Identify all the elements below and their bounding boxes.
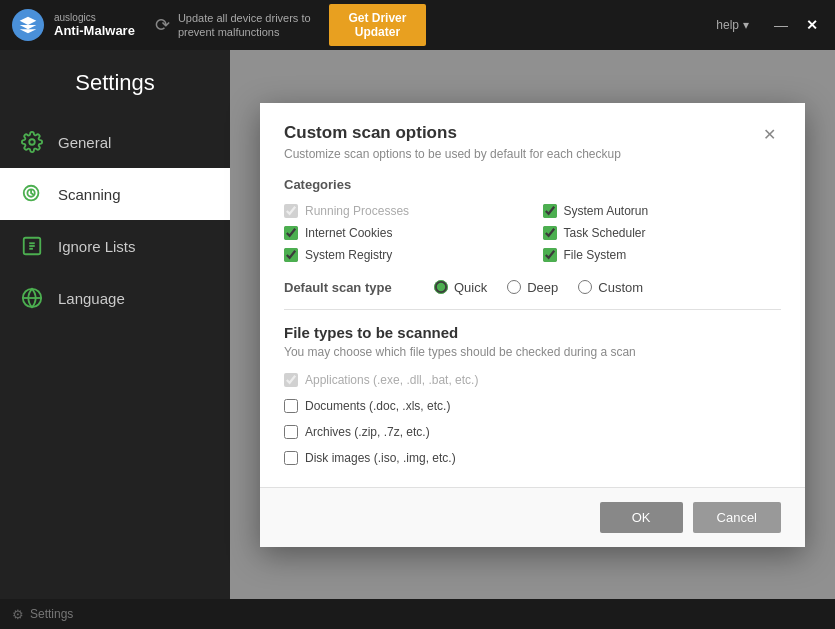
scan-type-row: Default scan type Quick Deep <box>284 280 781 295</box>
minimize-button[interactable]: — <box>769 15 793 35</box>
sidebar-item-label-scanning: Scanning <box>58 186 121 203</box>
sidebar-item-ignore-lists[interactable]: Ignore Lists <box>0 220 230 272</box>
filetype-disk-images[interactable]: Disk images (.iso, .img, etc.) <box>284 449 781 467</box>
file-checkboxes: Applications (.exe, .dll, .bat, etc.) Do… <box>284 371 781 467</box>
radio-label-custom: Custom <box>598 280 643 295</box>
category-label-task-scheduler: Task Scheduler <box>564 226 646 240</box>
radio-input-quick[interactable] <box>434 280 448 294</box>
category-task-scheduler[interactable]: Task Scheduler <box>543 224 782 242</box>
checkbox-archives[interactable] <box>284 425 298 439</box>
filetype-label-documents: Documents (.doc, .xls, etc.) <box>305 399 450 413</box>
content-area: Custom scan options Customize scan optio… <box>230 50 835 599</box>
checkbox-disk-images[interactable] <box>284 451 298 465</box>
checkbox-internet-cookies[interactable] <box>284 226 298 240</box>
dialog-footer: OK Cancel <box>260 487 805 547</box>
svg-point-0 <box>29 139 35 145</box>
update-section: ⟳ Update all device drivers to prevent m… <box>155 4 426 46</box>
file-types-subtitle: You may choose which file types should b… <box>284 345 781 359</box>
category-running-processes[interactable]: Running Processes <box>284 202 523 220</box>
radio-label-deep: Deep <box>527 280 558 295</box>
help-menu[interactable]: help ▾ <box>716 18 749 32</box>
category-label-file-system: File System <box>564 248 627 262</box>
sidebar-item-label-general: General <box>58 134 111 151</box>
checkbox-running-processes[interactable] <box>284 204 298 218</box>
radio-deep[interactable]: Deep <box>507 280 558 295</box>
help-chevron-icon: ▾ <box>743 18 749 32</box>
app-brand: auslogics Anti-Malware <box>54 12 135 38</box>
sidebar-item-language[interactable]: Language <box>0 272 230 324</box>
close-button[interactable]: ✕ <box>801 15 823 35</box>
sidebar-item-scanning[interactable]: Scanning <box>0 168 230 220</box>
filetype-label-archives: Archives (.zip, .7z, etc.) <box>305 425 430 439</box>
window-controls: — ✕ <box>769 15 823 35</box>
update-icon: ⟳ <box>155 14 170 36</box>
checkbox-system-registry[interactable] <box>284 248 298 262</box>
categories-grid: Running Processes System Autorun Interne… <box>284 202 781 264</box>
checkbox-task-scheduler[interactable] <box>543 226 557 240</box>
checkbox-documents[interactable] <box>284 399 298 413</box>
radio-custom[interactable]: Custom <box>578 280 643 295</box>
dialog-title: Custom scan options <box>284 123 621 143</box>
update-text: Update all device drivers to prevent mal… <box>178 11 321 40</box>
product-name: Anti-Malware <box>54 23 135 38</box>
sidebar-item-label-language: Language <box>58 290 125 307</box>
sidebar-title: Settings <box>0 60 230 116</box>
help-label: help <box>716 18 739 32</box>
dialog-body: Categories Running Processes System Auto… <box>260 161 805 487</box>
radio-quick[interactable]: Quick <box>434 280 487 295</box>
checkbox-applications[interactable] <box>284 373 298 387</box>
settings-icon: ⚙ <box>12 607 24 622</box>
checkbox-file-system[interactable] <box>543 248 557 262</box>
list-icon <box>20 234 44 258</box>
radio-input-deep[interactable] <box>507 280 521 294</box>
main-layout: Settings General Scanning <box>0 50 835 599</box>
category-label-internet-cookies: Internet Cookies <box>305 226 392 240</box>
category-system-autorun[interactable]: System Autorun <box>543 202 782 220</box>
categories-label: Categories <box>284 177 781 192</box>
category-label-system-registry: System Registry <box>305 248 392 262</box>
sidebar-item-label-ignore-lists: Ignore Lists <box>58 238 136 255</box>
radio-input-custom[interactable] <box>578 280 592 294</box>
scan-type-label: Default scan type <box>284 280 434 295</box>
divider <box>284 309 781 310</box>
gear-icon <box>20 130 44 154</box>
dialog-header-text: Custom scan options Customize scan optio… <box>284 123 621 161</box>
custom-scan-dialog: Custom scan options Customize scan optio… <box>260 103 805 547</box>
dialog-close-button[interactable]: ✕ <box>757 123 781 147</box>
filetype-label-disk-images: Disk images (.iso, .img, etc.) <box>305 451 456 465</box>
filetype-applications[interactable]: Applications (.exe, .dll, .bat, etc.) <box>284 371 781 389</box>
brand-name: auslogics <box>54 12 135 23</box>
driver-updater-button[interactable]: Get Driver Updater <box>329 4 425 46</box>
topbar: auslogics Anti-Malware ⟳ Update all devi… <box>0 0 835 50</box>
checkbox-system-autorun[interactable] <box>543 204 557 218</box>
language-icon <box>20 286 44 310</box>
category-internet-cookies[interactable]: Internet Cookies <box>284 224 523 242</box>
dialog-subtitle: Customize scan options to be used by def… <box>284 147 621 161</box>
cancel-button[interactable]: Cancel <box>693 502 781 533</box>
filetype-archives[interactable]: Archives (.zip, .7z, etc.) <box>284 423 781 441</box>
category-system-registry[interactable]: System Registry <box>284 246 523 264</box>
filetype-label-applications: Applications (.exe, .dll, .bat, etc.) <box>305 373 478 387</box>
file-types-title: File types to be scanned <box>284 324 781 341</box>
app-logo <box>12 9 44 41</box>
sidebar: Settings General Scanning <box>0 50 230 599</box>
category-file-system[interactable]: File System <box>543 246 782 264</box>
radio-group-scan-type: Quick Deep Custom <box>434 280 643 295</box>
scan-icon <box>20 182 44 206</box>
modal-overlay: Custom scan options Customize scan optio… <box>230 50 835 599</box>
category-label-system-autorun: System Autorun <box>564 204 649 218</box>
settings-label: Settings <box>30 607 73 621</box>
filetype-documents[interactable]: Documents (.doc, .xls, etc.) <box>284 397 781 415</box>
sidebar-item-general[interactable]: General <box>0 116 230 168</box>
category-label-running-processes: Running Processes <box>305 204 409 218</box>
ok-button[interactable]: OK <box>600 502 683 533</box>
radio-label-quick: Quick <box>454 280 487 295</box>
dialog-header: Custom scan options Customize scan optio… <box>260 103 805 161</box>
bottom-bar: ⚙ Settings <box>0 599 835 629</box>
